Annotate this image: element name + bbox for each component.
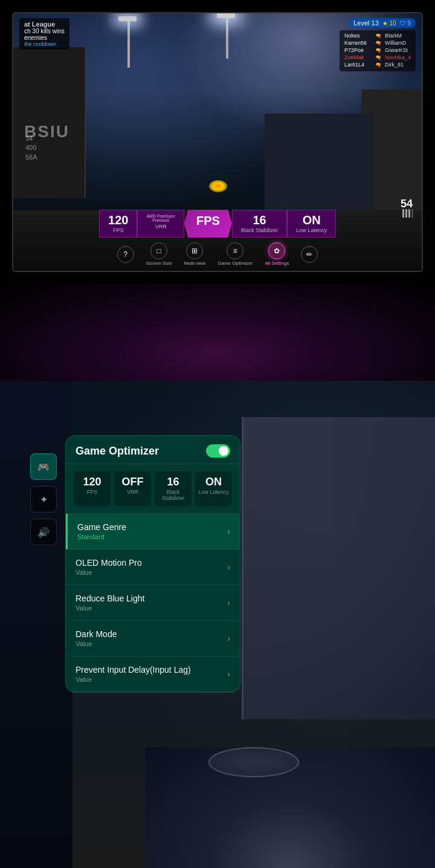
- top-game-section: BSIU 3440056A at League ch 30 kills wins…: [0, 0, 435, 284]
- ammo-counter: 54: [401, 198, 413, 210]
- opt-stat-fps: 120 FPS: [74, 471, 111, 506]
- opt-stat-black-stabilizer: 16 Black Stabilizer: [155, 471, 192, 506]
- stat-fps-active: FPS: [184, 210, 232, 238]
- help-icon: ?: [117, 246, 134, 263]
- stat-low-latency: ON Low Latency: [287, 210, 336, 238]
- sidebar-icon-gamepad[interactable]: 🎮: [30, 453, 57, 480]
- game-optimizer-label: Game Optimizer: [218, 261, 253, 266]
- edit-icon: ✏: [301, 246, 318, 263]
- input-lag-chevron-icon: ›: [227, 669, 230, 679]
- sidebar-icon-star[interactable]: ✦: [30, 486, 57, 513]
- hud-top: at League ch 30 kills wins enemies the c…: [13, 18, 422, 71]
- stat-fps: 120 FPS: [99, 210, 137, 238]
- game-genre-value: Standard: [77, 533, 126, 540]
- menu-help[interactable]: ?: [117, 246, 134, 263]
- optimizer-panel: Game Optimizer 120 FPS OFF VRR 16 Black …: [65, 435, 240, 693]
- hud-left-info: at League ch 30 kills wins enemies the c…: [19, 18, 69, 50]
- menu-item-game-genre[interactable]: Game Genre Standard ›: [66, 514, 240, 549]
- barrel-icons: [402, 209, 413, 218]
- hud-numbers: 3440056A: [25, 134, 37, 162]
- menu-game-optimizer[interactable]: ≡ Game Optimizer: [218, 242, 253, 266]
- opt-stat-vrr: OFF VRR: [114, 471, 151, 506]
- game-genre-title: Game Genre: [77, 522, 126, 532]
- score-row-4: ZoeMak 🔫 NavMka_4: [344, 54, 411, 60]
- level-badge: Level 13 ★ 10 🛡 9: [349, 18, 416, 28]
- chevron-right-icon: ›: [227, 526, 230, 536]
- dark-mode-chevron-icon: ›: [227, 633, 230, 643]
- enemies-label: enemies: [24, 34, 65, 41]
- bottom-game-section: 🎮 ✦ 🔊 Game Optimizer 120 FPS OFF VRR 16 …: [0, 381, 435, 868]
- stat-vrr: AMD FreeSyncPremium VRR: [137, 210, 184, 238]
- dark-mode-title: Dark Mode: [76, 629, 117, 639]
- shield-badge: 🛡 9: [400, 20, 411, 27]
- menu-item-reduce-blue-light[interactable]: Reduce Blue Light Value ›: [66, 585, 240, 621]
- oled-motion-chevron-icon: ›: [227, 562, 230, 572]
- oled-motion-value: Value: [76, 569, 142, 576]
- multiview-icon: ⊞: [186, 242, 203, 259]
- reduce-blue-light-value: Value: [76, 604, 144, 612]
- level-text: Level 13: [353, 19, 379, 27]
- stat-black-stabilizer: 16 Black Stabilizer: [232, 210, 288, 238]
- input-lag-title: Prevent Input Delay(Input Lag): [76, 665, 191, 675]
- game-screen: BSIU 3440056A at League ch 30 kills wins…: [12, 12, 423, 272]
- reduce-blue-light-chevron-icon: ›: [227, 598, 230, 607]
- multiview-label: Multi-view: [184, 261, 206, 266]
- screen-size-label: Screen Size: [146, 261, 172, 266]
- menu-item-dark-mode[interactable]: Dark Mode Value ›: [66, 621, 240, 656]
- optimizer-menu: Game Genre Standard › OLED Motion Pro Va…: [66, 514, 240, 692]
- score-row-3: P72Poe 🔫 GiwarKSt: [344, 47, 411, 53]
- bottom-menu-bar: ? □ Screen Size ⊞ Multi-view ≡ Game Opti…: [19, 242, 416, 266]
- all-settings-icon: ✿: [268, 242, 285, 259]
- game-optimizer-icon: ≡: [227, 242, 243, 259]
- menu-edit[interactable]: ✏: [301, 246, 318, 263]
- menu-screen-size[interactable]: □ Screen Size: [146, 242, 172, 266]
- reduce-blue-light-title: Reduce Blue Light: [76, 594, 144, 603]
- optimizer-title: Game Optimizer: [76, 445, 159, 458]
- sidebar-icons: 🎮 ✦ 🔊: [30, 453, 57, 545]
- opt-stat-low-latency: ON Low Latency: [195, 471, 232, 506]
- menu-item-input-lag[interactable]: Prevent Input Delay(Input Lag) Value ›: [66, 656, 240, 692]
- oled-motion-title: OLED Motion Pro: [76, 558, 142, 568]
- menu-all-settings[interactable]: ✿ All Settings: [265, 242, 289, 266]
- optimizer-header: Game Optimizer: [66, 436, 240, 464]
- input-lag-value: Value: [76, 676, 191, 683]
- bottom-hud: 120 FPS AMD FreeSyncPremium VRR FPS 16 B…: [13, 205, 422, 271]
- optimizer-stats: 120 FPS OFF VRR 16 Black Stabilizer ON L…: [66, 464, 240, 514]
- optimizer-toggle[interactable]: [206, 444, 230, 458]
- scoreboard: Nokes 🔫 BlarkM Karren56 🔫 WilliamD P72Po…: [340, 30, 416, 71]
- star-badge: ★ 10: [382, 20, 396, 27]
- hud-right-info: Level 13 ★ 10 🛡 9 Nokes 🔫 BlarkM Karren5…: [340, 18, 416, 71]
- score-row-2: Karren56 🔫 WilliamD: [344, 40, 411, 46]
- game-title: at League: [24, 21, 65, 28]
- menu-multiview[interactable]: ⊞ Multi-view: [184, 242, 206, 266]
- cooldown-label: the cooldown: [24, 41, 65, 47]
- stats-bar: 120 FPS AMD FreeSyncPremium VRR FPS 16 B…: [19, 210, 416, 238]
- dark-mode-value: Value: [76, 640, 117, 647]
- screen-size-icon: □: [150, 242, 167, 259]
- sidebar-icon-volume[interactable]: 🔊: [30, 519, 57, 545]
- score-row-5: Lar61L4 🔫 Dirk_91: [344, 62, 411, 68]
- menu-item-oled-motion[interactable]: OLED Motion Pro Value ›: [66, 549, 240, 585]
- score-row-1: Nokes 🔫 BlarkM: [344, 33, 411, 39]
- all-settings-label: All Settings: [265, 261, 289, 266]
- kill-info: ch 30 kills wins: [24, 28, 65, 34]
